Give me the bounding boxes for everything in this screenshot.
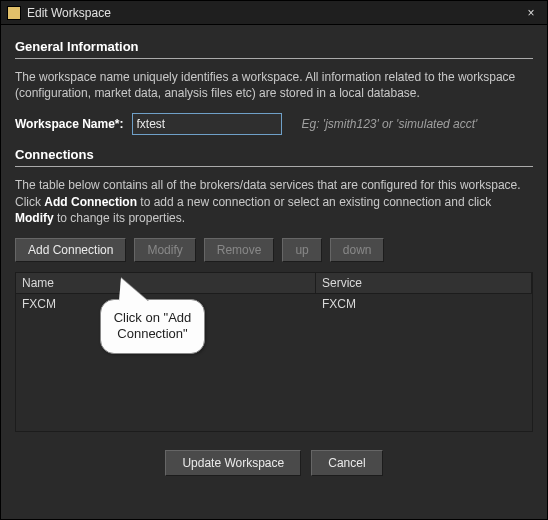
up-button[interactable]: up <box>282 238 321 262</box>
divider <box>15 166 533 167</box>
connections-toolbar: Add Connection Modify Remove up down <box>15 238 533 262</box>
update-workspace-button[interactable]: Update Workspace <box>165 450 301 476</box>
workspace-name-label: Workspace Name*: <box>15 117 124 131</box>
dialog-content: General Information The workspace name u… <box>1 25 547 486</box>
close-icon[interactable]: × <box>521 5 541 21</box>
modify-button[interactable]: Modify <box>134 238 195 262</box>
tooltip-callout: Click on "Add Connection" <box>100 299 205 354</box>
titlebar: Edit Workspace × <box>1 1 547 25</box>
workspace-name-row: Workspace Name*: Eg: 'jsmith123' or 'sim… <box>15 113 533 135</box>
table-header: Name Service <box>16 273 532 294</box>
table-row[interactable]: FXCM FXCM <box>16 294 532 314</box>
connections-description: The table below contains all of the brok… <box>15 177 533 226</box>
col-service[interactable]: Service <box>316 273 532 293</box>
workspace-name-hint: Eg: 'jsmith123' or 'simulated acct' <box>302 117 478 131</box>
workspace-name-input[interactable] <box>132 113 282 135</box>
remove-button[interactable]: Remove <box>204 238 275 262</box>
window-title: Edit Workspace <box>27 6 111 20</box>
col-name[interactable]: Name <box>16 273 316 293</box>
down-button[interactable]: down <box>330 238 385 262</box>
general-description: The workspace name uniquely identifies a… <box>15 69 533 101</box>
cancel-button[interactable]: Cancel <box>311 450 382 476</box>
add-connection-button[interactable]: Add Connection <box>15 238 126 262</box>
connections-table: Name Service FXCM FXCM <box>15 272 533 432</box>
connections-header: Connections <box>15 147 533 162</box>
general-header: General Information <box>15 39 533 54</box>
app-icon <box>7 6 21 20</box>
dialog-footer: Update Workspace Cancel <box>15 450 533 476</box>
cell-service: FXCM <box>316 294 532 314</box>
divider <box>15 58 533 59</box>
